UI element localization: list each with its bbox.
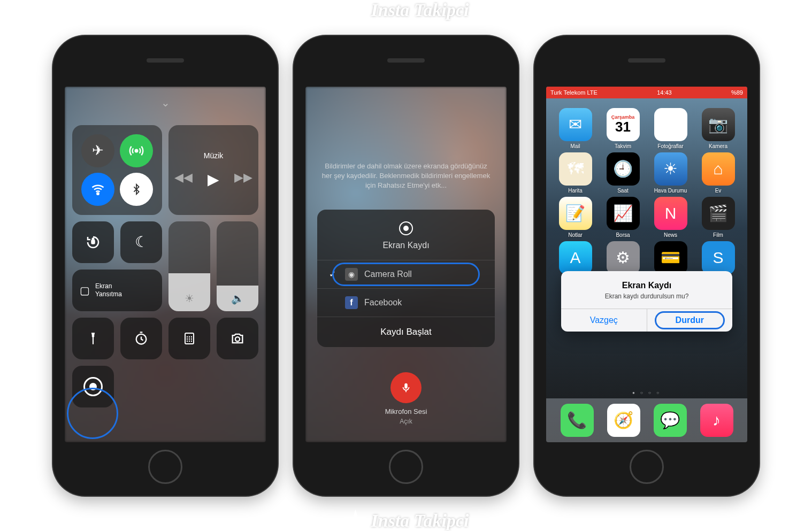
- carrier-label: Turk Telekom LTE: [550, 89, 597, 96]
- home-icon: ⌂: [702, 152, 735, 186]
- svg-point-6: [189, 336, 190, 337]
- record-icon: [399, 221, 413, 235]
- status-time: 14:43: [657, 89, 672, 96]
- star-icon: [343, 509, 368, 531]
- app-notes[interactable]: 📝Notlar: [554, 197, 597, 238]
- start-recording-button[interactable]: Kaydı Başlat: [317, 317, 495, 347]
- maps-icon: 🗺: [559, 152, 592, 186]
- svg-point-0: [135, 149, 138, 152]
- screen-control-center: ⌄ ✈︎ Müzik: [65, 87, 266, 442]
- music-tile[interactable]: Müzik ◀◀ ▶ ▶▶: [168, 125, 258, 215]
- svg-point-12: [189, 340, 190, 341]
- notes-icon: 📝: [559, 197, 592, 230]
- option-label: Facebook: [364, 298, 402, 307]
- screen-record-panel: Ekran Kaydı ✓ ◉ Camera Roll f Facebook K…: [317, 210, 495, 347]
- dock-messages[interactable]: 💬: [654, 404, 687, 437]
- cellular-data-toggle[interactable]: [120, 134, 153, 167]
- screen-mirroring-button[interactable]: ▢ Ekran Yansıtma: [72, 270, 162, 311]
- alert-cancel-button[interactable]: Vazgeç: [561, 309, 647, 332]
- screen-mirror-label: Ekran Yansıtma: [95, 282, 122, 298]
- svg-point-5: [187, 336, 188, 337]
- flashlight-button[interactable]: [72, 318, 114, 359]
- stocks-icon: 📈: [607, 197, 640, 230]
- battery-label: %89: [731, 89, 743, 96]
- svg-point-13: [191, 340, 192, 341]
- next-track-icon[interactable]: ▶▶: [234, 171, 252, 188]
- wallet-icon: 💳: [654, 241, 687, 274]
- screen-home: Turk Telekom LTE 14:43 %89 ✉︎Mail Çarşam…: [546, 87, 747, 442]
- camera-roll-icon: ◉: [345, 268, 358, 281]
- camera-button[interactable]: [217, 318, 258, 359]
- app-weather[interactable]: ☀︎Hava Durumu: [649, 152, 692, 194]
- phone-home-alert: Turk Telekom LTE 14:43 %89 ✉︎Mail Çarşam…: [534, 36, 759, 496]
- option-facebook[interactable]: f Facebook: [317, 288, 495, 317]
- checkmark-icon: ✓: [329, 269, 339, 279]
- app-clock[interactable]: 🕘Saat: [601, 152, 645, 194]
- app-mail[interactable]: ✉︎Mail: [554, 108, 597, 149]
- app-movies[interactable]: 🎬Film: [696, 197, 740, 238]
- app-maps[interactable]: 🗺Harita: [554, 152, 597, 194]
- svg-rect-2: [92, 240, 95, 243]
- airplay-icon: ▢: [80, 284, 90, 297]
- dock-music[interactable]: ♪: [700, 404, 733, 437]
- svg-point-14: [235, 337, 240, 341]
- play-icon[interactable]: ▶: [208, 171, 219, 188]
- prev-track-icon[interactable]: ◀◀: [174, 171, 193, 188]
- brightness-icon: ☀: [185, 292, 194, 305]
- mic-label: Mikrofon Sesi: [305, 407, 507, 415]
- weather-icon: ☀︎: [654, 152, 687, 186]
- watermark-bottom: Insta Takipci: [343, 509, 469, 531]
- screen-record-options: Bildirimler de dahil olmak üzere ekranda…: [305, 87, 507, 442]
- shazam-icon: S: [702, 241, 735, 274]
- record-icon: [83, 377, 103, 396]
- screen-record-button[interactable]: [72, 366, 114, 407]
- page-indicator: ● ○ ○ ○: [546, 390, 747, 395]
- clock-icon: 🕘: [607, 152, 640, 186]
- svg-marker-17: [344, 510, 366, 531]
- app-photos[interactable]: ❀Fotoğraflar: [649, 108, 692, 149]
- microphone-toggle[interactable]: [390, 372, 422, 403]
- dock-safari[interactable]: 🧭: [607, 404, 640, 437]
- dock: 📞 🧭 💬 ♪: [546, 398, 747, 442]
- svg-point-11: [187, 340, 188, 341]
- three-phone-layout: ⌄ ✈︎ Müzik: [53, 36, 759, 496]
- chevron-down-icon[interactable]: ⌄: [72, 96, 258, 109]
- appstore-icon: A: [559, 241, 592, 274]
- stop-recording-alert: Ekran Kaydı Ekran kaydı durdurulsun mu? …: [561, 271, 732, 332]
- phone-record-options: Bildirimler de dahil olmak üzere ekranda…: [294, 36, 518, 496]
- mic-state: Açık: [305, 418, 507, 425]
- volume-slider[interactable]: 🔈: [217, 221, 258, 311]
- svg-point-1: [97, 193, 98, 194]
- alert-stop-button[interactable]: Durdur: [647, 309, 733, 332]
- dock-phone[interactable]: 📞: [561, 404, 594, 437]
- airplane-mode-toggle[interactable]: ✈︎: [81, 134, 114, 167]
- screen-record-hint: Bildirimler de dahil olmak üzere ekranda…: [321, 161, 491, 191]
- option-camera-roll[interactable]: ✓ ◉ Camera Roll: [317, 260, 495, 288]
- music-controls: ◀◀ ▶ ▶▶: [174, 171, 252, 188]
- panel-title: Ekran Kaydı: [317, 241, 495, 250]
- wifi-toggle[interactable]: [81, 173, 114, 206]
- watermark-top: Insta Takipci: [343, 0, 469, 22]
- calendar-icon: Çarşamba31: [607, 108, 640, 141]
- svg-point-10: [191, 338, 192, 339]
- connectivity-tile[interactable]: ✈︎: [72, 125, 162, 215]
- app-calendar[interactable]: Çarşamba31Takvim: [601, 108, 645, 149]
- app-home[interactable]: ⌂Ev: [696, 152, 740, 194]
- do-not-disturb-toggle[interactable]: ☾: [120, 221, 162, 263]
- recording-status-bar[interactable]: Turk Telekom LTE 14:43 %89: [546, 87, 747, 98]
- alert-title: Ekran Kaydı: [561, 271, 732, 293]
- mail-icon: ✉︎: [559, 108, 592, 141]
- app-news[interactable]: NNews: [649, 197, 692, 238]
- app-stocks[interactable]: 📈Borsa: [601, 197, 645, 238]
- music-label: Müzik: [204, 151, 224, 160]
- home-icon-grid: ✉︎Mail Çarşamba31Takvim ❀Fotoğraflar 📷Ka…: [546, 103, 747, 282]
- svg-point-8: [187, 338, 188, 339]
- calculator-button[interactable]: [168, 318, 210, 359]
- svg-marker-16: [344, 0, 366, 20]
- brightness-slider[interactable]: ☀: [168, 221, 210, 311]
- option-label: Camera Roll: [364, 270, 412, 279]
- rotation-lock-toggle[interactable]: [72, 221, 114, 263]
- timer-button[interactable]: [120, 318, 162, 359]
- app-camera[interactable]: 📷Kamera: [696, 108, 740, 149]
- bluetooth-toggle[interactable]: [120, 173, 153, 206]
